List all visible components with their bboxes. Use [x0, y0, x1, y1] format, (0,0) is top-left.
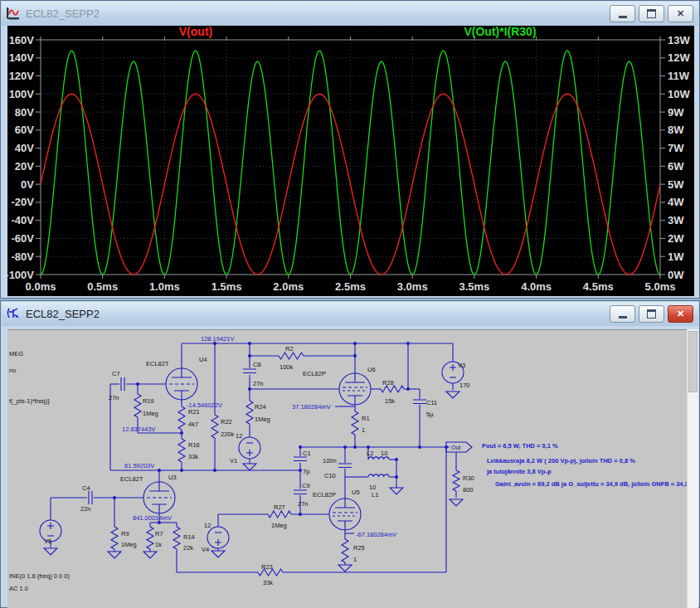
resistor — [381, 386, 404, 392]
schematic-label: R24 — [255, 403, 266, 411]
y-right-tick-label: 12W — [668, 51, 690, 64]
y-right-tick-label: 1W — [668, 250, 684, 263]
y-left-tick-label: 0V — [21, 178, 34, 191]
schematic-label: R30 — [463, 474, 474, 482]
x-tick-label: 2.5ms — [335, 280, 366, 293]
y-right-tick-label: 5W — [668, 178, 684, 191]
minimize-icon — [619, 16, 627, 18]
vertical-scrollbar[interactable] — [687, 329, 698, 608]
y-left-tick-label: -100V — [7, 269, 34, 281]
y-left-tick-label: 40V — [15, 142, 34, 154]
schematic-label: C8 — [253, 361, 261, 368]
schematic-label: 61.59203V — [124, 462, 154, 469]
schematic-label: V4 — [202, 546, 209, 553]
schematic-label: MEG — [9, 350, 23, 358]
schematic-label: C7 — [112, 370, 120, 377]
junction-dot — [299, 469, 302, 472]
y-right-tick-label: 8W — [668, 124, 684, 136]
waveform-window-titlebar[interactable]: ECL82_SEPP2 ✕ — [2, 2, 698, 26]
y-right-tick-label: 4W — [668, 196, 684, 208]
schematic-label: 1k — [155, 541, 162, 548]
schematic-label: 4k7 — [188, 421, 198, 428]
y-left-tick-label: 20V — [15, 160, 34, 173]
schematic-label: Leikkausraja 8,2 W ( 200 Vp-p), jolloin … — [487, 457, 635, 465]
capacitor — [121, 377, 124, 391]
schematic-label: R22 — [221, 418, 232, 426]
schematic-label: f(_pts-1)*freq)} — [9, 397, 50, 405]
schematic-label: 37.180284mV — [292, 403, 331, 411]
schematic-label: L2 — [367, 450, 373, 457]
schematic-label: Gaini_avoin = 69,2 dB ja G_suljettu = 34… — [495, 480, 689, 488]
waveform-window: ECL82_SEPP2 ✕ 160V140V120V100V80V60V40V2… — [0, 0, 700, 299]
schematic-label: 1Meg — [255, 416, 270, 423]
schematic-label: 12 — [204, 522, 211, 529]
schematic-label: 22n — [80, 505, 91, 513]
y-right-tick-label: 3W — [668, 214, 684, 226]
scrollbar-thumb[interactable] — [688, 331, 698, 392]
schematic-label: INE(0 1.8 {freq} 0 0 0) — [9, 572, 70, 580]
junction-dot — [353, 342, 357, 345]
schematic-label: R19 — [143, 397, 154, 405]
waveform-plot-area[interactable]: 160V140V120V100V80V60V40V20V0V-20V-40V-6… — [7, 26, 694, 296]
schematic-label: U3 — [168, 474, 177, 481]
trace-title-power: V(Out)*I(R30) — [464, 26, 536, 38]
x-tick-label: 1.0ms — [149, 280, 180, 293]
schematic-label: 100n — [323, 457, 337, 465]
junction-dot — [367, 445, 370, 449]
y-left-tick-label: -80V — [12, 250, 35, 263]
y-left-tick-label: 80V — [15, 106, 34, 119]
y-left-tick-label: 100V — [9, 88, 35, 100]
schematic-label: 12 — [236, 432, 242, 440]
junction-dot — [406, 387, 410, 391]
schematic-label: -67.180284mV — [356, 531, 396, 538]
trace-title-vout: V(out) — [179, 26, 212, 38]
y-right-tick-label: 11W — [668, 70, 690, 82]
inductor — [368, 474, 389, 477]
schematic-label: C10 — [324, 472, 336, 479]
schematic-label: C1 — [303, 450, 311, 457]
schematic-label: 10 — [369, 484, 376, 491]
x-tick-label: 2.0ms — [273, 280, 304, 293]
restore-icon — [647, 309, 656, 319]
schematic-label: R7 — [155, 530, 163, 537]
y-left-tick-label: 120V — [9, 70, 35, 82]
minimize-button[interactable] — [610, 5, 635, 22]
capacitor — [89, 491, 92, 504]
resistor — [134, 394, 141, 417]
schematic-label: 7p — [303, 468, 309, 475]
junction-dot — [343, 445, 347, 449]
maximize-button[interactable] — [639, 305, 664, 323]
waveform-plot[interactable]: 160V140V120V100V80V60V40V20V0V-20V-40V-6… — [7, 26, 694, 296]
schematic-label: ECL82P — [303, 370, 326, 377]
capacitor — [294, 457, 307, 461]
close-button[interactable]: ✕ — [668, 305, 693, 323]
ground-symbol — [450, 499, 463, 506]
resistor — [246, 401, 253, 424]
y-left-tick-label: -60V — [12, 232, 35, 245]
schematic-canvas[interactable]: MEGnof(_pts-1)*freq)}INE(0 1.8 {freq} 0 … — [7, 330, 689, 608]
schematic-label: 33k — [188, 453, 198, 460]
y-left-tick-label: 160V — [9, 34, 35, 46]
x-tick-label: 4.5ms — [583, 280, 614, 293]
resistor — [342, 539, 348, 562]
junction-dot — [299, 513, 302, 516]
y-right-tick-label: 7W — [668, 142, 684, 154]
schematic-label: 15k — [385, 397, 395, 405]
schematic-label: 1 — [353, 556, 357, 563]
schematic-label: ECL82P — [313, 491, 336, 499]
schematic-label: 1 — [362, 426, 365, 434]
maximize-button[interactable] — [639, 5, 664, 22]
schematic-label: 33k — [263, 579, 273, 586]
schematic-label: R21 — [188, 408, 200, 416]
schematic-window-titlebar[interactable]: ECL82_SEPP2 ✕ — [2, 302, 698, 326]
junction-dot — [418, 445, 421, 449]
junction-dot — [395, 458, 398, 461]
resistor — [178, 439, 185, 462]
close-button[interactable]: ✕ — [668, 5, 693, 22]
capacitor — [294, 490, 307, 494]
minimize-button[interactable] — [610, 305, 635, 323]
schematic-label: R16 — [188, 441, 200, 449]
x-tick-label: 4.0ms — [521, 280, 552, 293]
schematic-label: 100k — [280, 363, 294, 371]
ground-symbol — [338, 565, 352, 572]
